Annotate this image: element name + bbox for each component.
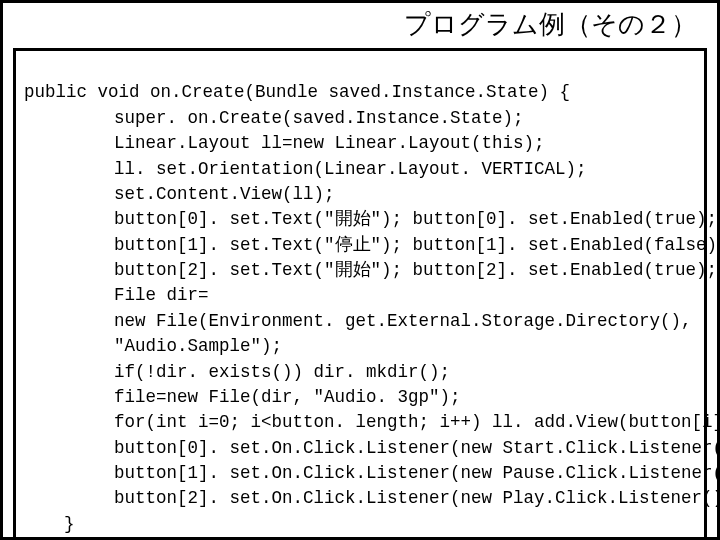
code-line: file=new File(dir, "Audio. 3gp"); bbox=[24, 387, 461, 407]
code-line: button[0]. set.Text("開始"); button[0]. se… bbox=[24, 209, 717, 229]
code-line: button[2]. set.Text("開始"); button[2]. se… bbox=[24, 260, 717, 280]
code-line: File dir= bbox=[24, 285, 209, 305]
code-line: button[1]. set.On.Click.Listener(new Pau… bbox=[24, 463, 720, 483]
code-line: new File(Environment. get.External.Stora… bbox=[24, 311, 692, 331]
code-line: "Audio.Sample"); bbox=[24, 336, 282, 356]
slide-container: プログラム例（その２） public void on.Create(Bundle… bbox=[0, 0, 720, 540]
code-line: button[2]. set.On.Click.Listener(new Pla… bbox=[24, 488, 720, 508]
code-line: if(!dir. exists()) dir. mkdir(); bbox=[24, 362, 450, 382]
code-line: button[1]. set.Text("停止"); button[1]. se… bbox=[24, 235, 720, 255]
slide-title: プログラム例（その２） bbox=[3, 3, 717, 46]
code-line: ll. set.Orientation(Linear.Layout. VERTI… bbox=[24, 159, 587, 179]
code-line: for(int i=0; i<button. length; i++) ll. … bbox=[24, 412, 720, 432]
code-line: super. on.Create(saved.Instance.State); bbox=[24, 108, 524, 128]
code-line: } bbox=[24, 514, 75, 534]
code-line: public void on.Create(Bundle saved.Insta… bbox=[24, 82, 570, 102]
code-line: button[0]. set.On.Click.Listener(new Sta… bbox=[24, 438, 720, 458]
code-line: set.Content.View(ll); bbox=[24, 184, 335, 204]
code-line: Linear.Layout ll=new Linear.Layout(this)… bbox=[24, 133, 545, 153]
code-block: public void on.Create(Bundle saved.Insta… bbox=[13, 48, 707, 540]
